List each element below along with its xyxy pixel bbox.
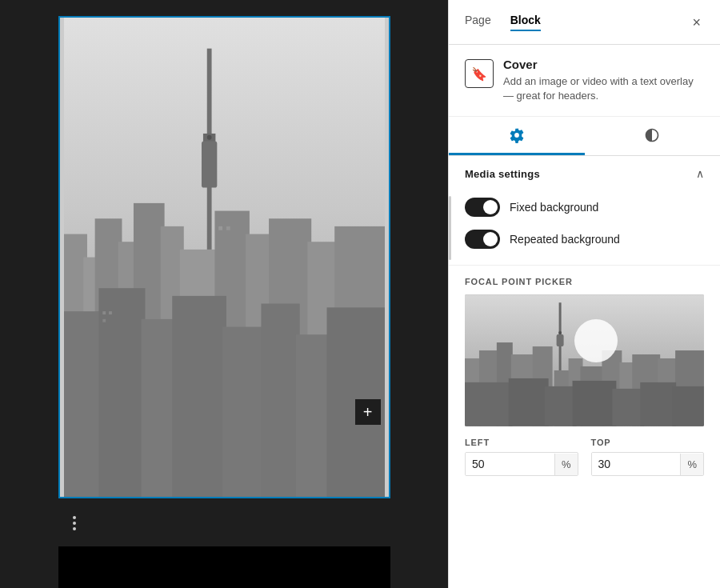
left-coord-input-wrap: % (465, 452, 578, 476)
focal-image-container[interactable] (465, 294, 704, 426)
svg-rect-20 (141, 319, 175, 497)
top-coord-unit: % (680, 454, 703, 475)
left-coord-label: LEFT (465, 438, 578, 447)
svg-point-17 (206, 135, 211, 140)
top-coord-group: TOP % (591, 438, 705, 476)
add-block-button[interactable]: + (355, 399, 381, 425)
svg-rect-53 (640, 382, 676, 426)
panel-header: Page Block × (449, 0, 720, 45)
close-button[interactable]: × (689, 12, 704, 33)
svg-rect-27 (109, 311, 112, 314)
svg-rect-26 (102, 311, 106, 314)
svg-rect-38 (557, 334, 564, 346)
svg-rect-48 (465, 382, 513, 426)
settings-panel: Page Block × 🔖 Cover Add an image or vid… (448, 0, 720, 588)
media-settings-section: Media settings ∧ Fixed background Repeat… (449, 156, 720, 266)
black-bar (58, 546, 390, 588)
svg-rect-24 (295, 334, 330, 497)
focal-point-handle[interactable] (574, 319, 618, 362)
svg-rect-51 (573, 381, 617, 426)
toggle-knob-2 (483, 232, 498, 246)
cover-block: + (58, 16, 390, 498)
focal-point-label: FOCAL POINT PICKER (465, 277, 704, 286)
svg-rect-30 (226, 226, 230, 230)
svg-rect-21 (172, 296, 226, 497)
svg-rect-52 (612, 389, 644, 426)
left-coord-input[interactable] (466, 453, 554, 475)
block-title: Cover (503, 58, 704, 71)
chevron-up-icon: ∧ (696, 167, 704, 180)
fixed-background-label: Fixed background (510, 201, 598, 214)
tab-settings-gear[interactable] (449, 117, 585, 155)
tab-page[interactable]: Page (465, 14, 491, 31)
drag-handle[interactable] (66, 510, 82, 537)
block-info: 🔖 Cover Add an image or video with a tex… (449, 45, 720, 117)
svg-rect-29 (218, 226, 222, 230)
canvas-area: + (0, 0, 448, 588)
coords-row: LEFT % TOP % (465, 438, 704, 476)
settings-icon-tabs (449, 117, 720, 156)
gear-icon (509, 127, 525, 143)
block-description: Add an image or video with a text overla… (503, 74, 704, 103)
fixed-background-row: Fixed background (449, 191, 720, 223)
svg-rect-49 (509, 378, 549, 426)
repeated-background-row: Repeated background (449, 223, 720, 255)
svg-rect-23 (261, 304, 299, 498)
left-coord-group: LEFT % (465, 438, 578, 476)
tab-block[interactable]: Block (510, 14, 541, 31)
media-settings-title: Media settings (465, 168, 540, 180)
svg-rect-16 (201, 142, 216, 188)
panel-tabs: Page Block (465, 14, 541, 31)
block-toolbar (58, 500, 390, 546)
panel-content: Media settings ∧ Fixed background Repeat… (449, 156, 720, 588)
top-coord-input[interactable] (592, 453, 681, 475)
svg-rect-22 (222, 327, 265, 498)
bookmark-icon: 🔖 (471, 66, 487, 82)
svg-rect-54 (672, 386, 704, 426)
repeated-background-label: Repeated background (510, 233, 620, 246)
fixed-background-toggle[interactable] (465, 198, 500, 217)
left-coord-unit: % (554, 454, 578, 475)
block-icon: 🔖 (465, 59, 494, 88)
top-coord-label: TOP (591, 438, 705, 447)
scroll-indicator (449, 196, 451, 260)
top-coord-input-wrap: % (591, 452, 705, 476)
focal-point-section: FOCAL POINT PICKER (449, 266, 720, 492)
repeated-background-toggle[interactable] (465, 230, 500, 249)
focal-city-image (465, 294, 704, 426)
tab-settings-style[interactable] (585, 117, 721, 155)
contrast-icon (644, 127, 660, 143)
svg-rect-18 (63, 311, 102, 497)
svg-rect-50 (545, 386, 577, 426)
svg-rect-28 (102, 319, 106, 322)
city-image (60, 18, 389, 497)
block-info-text: Cover Add an image or video with a text … (503, 58, 704, 103)
media-settings-header[interactable]: Media settings ∧ (449, 156, 720, 191)
toggle-knob (483, 200, 498, 214)
svg-point-39 (558, 331, 562, 334)
